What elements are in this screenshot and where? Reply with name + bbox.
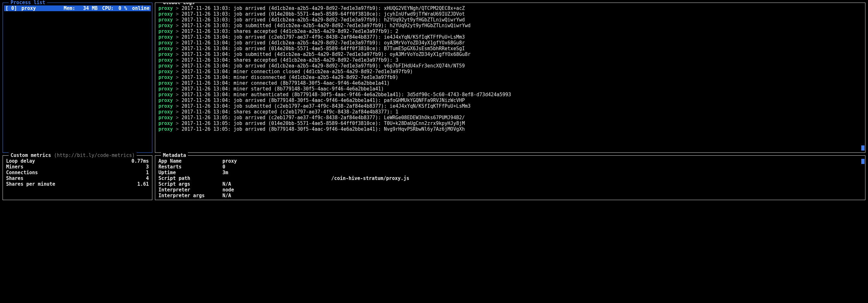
- log-body: 2017-11-26 13:03: shares accepted (4d1cb…: [182, 28, 398, 34]
- log-source: proxy: [158, 92, 173, 98]
- meta-key: Script path: [158, 175, 222, 181]
- process-list-panel: Process list [ 0] proxy Mem: 34 MB CPU: …: [3, 3, 152, 153]
- log-sep: >: [173, 46, 182, 52]
- meta-value: proxy: [222, 158, 237, 164]
- log-line: proxy > 2017-11-26 13:03: job arrived (0…: [158, 11, 862, 17]
- meta-key: Uptime: [158, 170, 222, 175]
- process-row[interactable]: [ 0] proxy Mem: 34 MB CPU: 0 % online: [4, 5, 151, 11]
- log-sep: >: [173, 52, 182, 57]
- log-sep: >: [173, 5, 182, 11]
- log-line: proxy > 2017-11-26 13:05: job arrived (0…: [158, 121, 862, 126]
- log-line: proxy > 2017-11-26 13:05: job arrived (8…: [158, 126, 862, 132]
- log-line: proxy > 2017-11-26 13:04: miner disconne…: [158, 74, 862, 80]
- log-sep: >: [173, 28, 182, 34]
- metric-key: Shares: [6, 175, 23, 181]
- log-body: 2017-11-26 13:05: job arrived (8b779148-…: [182, 126, 465, 132]
- log-body: 2017-11-26 13:03: job arrived (4d1cb2ea-…: [182, 5, 465, 11]
- log-sep: >: [173, 63, 182, 69]
- global-logs-title: Global Logs: [161, 3, 196, 5]
- log-source: proxy: [158, 52, 173, 57]
- log-body: 2017-11-26 13:03: job arrived (4d1cb2ea-…: [182, 17, 465, 23]
- meta-row: Script path /coin-hive-stratum/proxy.js: [158, 175, 862, 181]
- log-sep: >: [173, 57, 182, 63]
- log-sep: >: [173, 86, 182, 92]
- log-sep: >: [173, 115, 182, 121]
- log-body: 2017-11-26 13:04: job submitted (4d1cb2e…: [182, 52, 470, 57]
- log-line: proxy > 2017-11-26 13:04: job arrived (0…: [158, 46, 862, 52]
- metric-value: 3: [146, 164, 149, 170]
- custom-metrics-panel: Custom metrics (http://bit.ly/code-metri…: [3, 155, 152, 200]
- custom-metrics-title: Custom metrics (http://bit.ly/code-metri…: [9, 153, 137, 158]
- log-source: proxy: [158, 98, 173, 103]
- log-sep: >: [173, 103, 182, 109]
- meta-row: Interpreternode: [158, 187, 862, 193]
- log-source: proxy: [158, 17, 173, 23]
- log-body: 2017-11-26 13:04: shares accepted (4d1cb…: [182, 57, 398, 63]
- meta-row: App Nameproxy: [158, 158, 862, 164]
- metric-key: Loop delay: [6, 158, 35, 164]
- custom-metrics-hint: (http://bit.ly/code-metrics): [54, 153, 135, 158]
- metadata-title: Metadata: [161, 153, 188, 158]
- log-body: 2017-11-26 13:04: job arrived (4d1cb2ea-…: [182, 63, 465, 69]
- log-line: proxy > 2017-11-26 13:04: miner connecti…: [158, 69, 862, 74]
- metric-key: Miners: [6, 164, 23, 170]
- log-sep: >: [173, 11, 182, 17]
- log-body: 2017-11-26 13:03: job submitted (4d1cb2e…: [182, 23, 470, 28]
- log-line: proxy > 2017-11-26 13:04: miner connecte…: [158, 80, 862, 86]
- metric-key: Connections: [6, 170, 38, 175]
- log-list[interactable]: proxy > 2017-11-26 13:03: job arrived (4…: [158, 5, 862, 132]
- log-sep: >: [173, 92, 182, 98]
- process-list-title: Process list: [9, 0, 47, 5]
- log-line: proxy > 2017-11-26 13:05: job arrived (c…: [158, 115, 862, 121]
- meta-value: N/A: [222, 181, 231, 187]
- metric-value: 1: [146, 170, 149, 175]
- process-mem-label: Mem:: [64, 5, 79, 11]
- log-body: 2017-11-26 13:04: miner connection close…: [182, 69, 412, 74]
- log-line: proxy > 2017-11-26 13:04: job arrived (8…: [158, 98, 862, 103]
- scrollbar-thumb-icon[interactable]: [861, 145, 865, 150]
- log-line: proxy > 2017-11-26 13:04: job arrived (4…: [158, 63, 862, 69]
- log-line: proxy > 2017-11-26 13:04: job arrived (c…: [158, 34, 862, 40]
- log-body: 2017-11-26 13:05: job arrived (014e20bb-…: [182, 121, 465, 126]
- log-source: proxy: [158, 80, 173, 86]
- log-body: 2017-11-26 13:04: job arrived (c2eb1797-…: [182, 34, 465, 40]
- log-source: proxy: [158, 40, 173, 46]
- metadata-list: App NameproxyRestarts0Uptime3mScript pat…: [158, 158, 862, 199]
- meta-value: /coin-hive-stratum/proxy.js: [222, 175, 409, 181]
- meta-key: Restarts: [158, 164, 222, 170]
- log-source: proxy: [158, 86, 173, 92]
- redacted-block: [222, 175, 331, 181]
- log-source: proxy: [158, 74, 173, 80]
- meta-row: Interpreter argsN/A: [158, 193, 862, 199]
- metric-row: Shares per minute1.61: [6, 181, 149, 187]
- process-status: online: [127, 5, 150, 11]
- log-sep: >: [173, 17, 182, 23]
- log-line: proxy > 2017-11-26 13:04: shares accepte…: [158, 57, 862, 63]
- scrollbar-thumb-icon[interactable]: [861, 159, 865, 164]
- log-body: 2017-11-26 13:04: miner authenticated (8…: [182, 92, 511, 98]
- log-source: proxy: [158, 103, 173, 109]
- process-id: [ 0]: [5, 5, 22, 11]
- log-sep: >: [173, 69, 182, 74]
- log-body: 2017-11-26 13:04: job arrived (8b779148-…: [182, 98, 465, 103]
- metrics-list: Loop delay0.77msMiners3Connections1Share…: [6, 158, 149, 187]
- log-line: proxy > 2017-11-26 13:03: shares accepte…: [158, 28, 862, 34]
- log-body: 2017-11-26 13:04: miner started (8b77914…: [182, 86, 384, 92]
- log-sep: >: [173, 34, 182, 40]
- log-line: proxy > 2017-11-26 13:03: job submitted …: [158, 23, 862, 28]
- log-body: 2017-11-26 13:03: job arrived (014e20bb-…: [182, 11, 465, 17]
- meta-value: 0: [222, 164, 225, 170]
- log-source: proxy: [158, 57, 173, 63]
- metric-value: 0.77ms: [131, 158, 149, 164]
- meta-value: 3m: [222, 170, 228, 175]
- meta-key: Interpreter args: [158, 193, 222, 199]
- log-source: proxy: [158, 11, 173, 17]
- log-line: proxy > 2017-11-26 13:04: job submitted …: [158, 103, 862, 109]
- log-line: proxy > 2017-11-26 13:04: job arrived (4…: [158, 40, 862, 46]
- custom-metrics-title-text: Custom metrics: [10, 153, 51, 158]
- log-body: 2017-11-26 13:04: job arrived (014e20bb-…: [182, 46, 465, 52]
- log-sep: >: [173, 40, 182, 46]
- log-body: 2017-11-26 13:04: miner connected (8b779…: [182, 80, 390, 86]
- log-source: proxy: [158, 34, 173, 40]
- log-sep: >: [173, 23, 182, 28]
